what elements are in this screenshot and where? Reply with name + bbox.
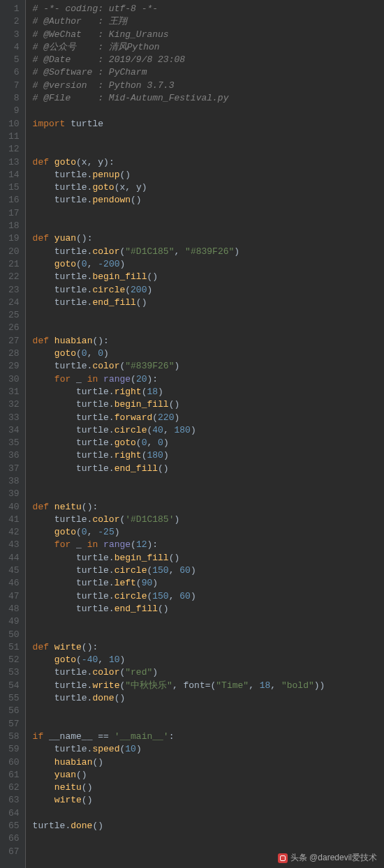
line-number: 46 xyxy=(8,577,20,590)
line-number: 25 xyxy=(8,309,20,322)
code-line: turtle.color('#D1C185') xyxy=(33,514,384,526)
line-number: 50 xyxy=(8,629,20,641)
code-line: turtle.done() xyxy=(33,820,384,832)
code-line: turtle.end_fill() xyxy=(33,603,384,615)
code-line xyxy=(33,475,384,488)
code-line: turtle.goto(0, 0) xyxy=(33,437,384,449)
code-line: turtle.circle(40, 180) xyxy=(33,424,384,437)
line-number: 39 xyxy=(8,488,20,500)
line-number: 2 xyxy=(8,15,20,28)
line-number: 32 xyxy=(8,398,20,411)
code-line: turtle.right(180) xyxy=(33,449,384,462)
line-number: 35 xyxy=(8,437,20,449)
code-line: goto(0, -25) xyxy=(33,526,384,539)
code-line: turtle.right(18) xyxy=(33,386,384,398)
line-number: 11 xyxy=(8,130,20,143)
code-line xyxy=(33,615,384,628)
code-line: # @WeChat : King_Uranus xyxy=(33,29,384,41)
code-line: def goto(x, y): xyxy=(33,156,384,169)
line-number: 9 xyxy=(8,105,20,117)
code-line: # @version : Python 3.7.3 xyxy=(33,80,384,92)
line-number: 1 xyxy=(8,3,20,15)
code-line: # @Software : PyCharm xyxy=(33,66,384,79)
line-number: 3 xyxy=(8,29,20,41)
code-line: # @Author : 王翔 xyxy=(33,15,384,28)
code-line: neitu() xyxy=(33,781,384,794)
line-number: 28 xyxy=(8,347,20,360)
line-number: 40 xyxy=(8,501,20,514)
code-line: turtle.left(90) xyxy=(33,577,384,590)
code-line: turtle.write("中秋快乐", font=("Time", 18, "… xyxy=(33,680,384,692)
line-number: 51 xyxy=(8,641,20,654)
line-number: 24 xyxy=(8,297,20,309)
toutiao-icon xyxy=(278,853,288,863)
code-line: for _ in range(20): xyxy=(33,373,384,386)
code-line: turtle.end_fill() xyxy=(33,297,384,309)
line-number: 34 xyxy=(8,424,20,437)
code-line: turtle.begin_fill() xyxy=(33,552,384,564)
code-line xyxy=(33,705,384,717)
line-number: 41 xyxy=(8,514,20,526)
code-line: turtle.circle(150, 60) xyxy=(33,590,384,603)
line-number: 49 xyxy=(8,615,20,628)
line-number: 23 xyxy=(8,284,20,297)
line-number: 58 xyxy=(8,731,20,743)
code-line xyxy=(33,105,384,117)
line-number: 62 xyxy=(8,781,20,794)
code-line: turtle.circle(150, 60) xyxy=(33,564,384,577)
code-line xyxy=(33,718,384,731)
line-number: 56 xyxy=(8,705,20,717)
code-line xyxy=(33,322,384,334)
line-number: 30 xyxy=(8,373,20,386)
code-line: # -*- coding: utf-8 -*- xyxy=(33,3,384,15)
code-line: # @File : Mid-Autumn_Festival.py xyxy=(33,92,384,105)
line-number: 64 xyxy=(8,807,20,820)
line-number: 18 xyxy=(8,220,20,232)
code-line: turtle.begin_fill() xyxy=(33,271,384,283)
code-line: for _ in range(12): xyxy=(33,539,384,551)
code-line: goto(0, -200) xyxy=(33,258,384,271)
line-number: 45 xyxy=(8,564,20,577)
line-number: 29 xyxy=(8,360,20,373)
line-number: 10 xyxy=(8,118,20,130)
code-line xyxy=(33,309,384,322)
code-line: goto(-40, 10) xyxy=(33,654,384,666)
code-line: turtle.begin_fill() xyxy=(33,398,384,411)
code-line: huabian() xyxy=(33,756,384,769)
code-line: # @公众号 : 清风Python xyxy=(33,41,384,54)
code-line: import turtle xyxy=(33,118,384,130)
code-line xyxy=(33,143,384,156)
line-number: 42 xyxy=(8,526,20,539)
line-number: 63 xyxy=(8,794,20,807)
line-number: 19 xyxy=(8,232,20,245)
line-number: 44 xyxy=(8,552,20,564)
code-line xyxy=(33,807,384,820)
line-number: 4 xyxy=(8,41,20,54)
line-number: 22 xyxy=(8,271,20,283)
code-line xyxy=(33,488,384,500)
line-number: 36 xyxy=(8,449,20,462)
code-line: def neitu(): xyxy=(33,501,384,514)
code-line: turtle.forward(220) xyxy=(33,412,384,424)
code-line xyxy=(33,832,384,845)
code-editor: 1234567891011121314151617181920212223242… xyxy=(0,0,384,868)
code-line: turtle.color("red") xyxy=(33,666,384,679)
code-line: turtle.end_fill() xyxy=(33,463,384,475)
line-number: 54 xyxy=(8,680,20,692)
code-line: def yuan(): xyxy=(33,232,384,245)
line-number: 6 xyxy=(8,66,20,79)
code-area[interactable]: # -*- coding: utf-8 -*-# @Author : 王翔# @… xyxy=(26,0,384,868)
line-number: 37 xyxy=(8,463,20,475)
code-line: turtle.penup() xyxy=(33,169,384,181)
code-line: if __name__ == '__main__': xyxy=(33,731,384,743)
line-number: 16 xyxy=(8,194,20,207)
line-number: 33 xyxy=(8,412,20,424)
line-number: 8 xyxy=(8,92,20,105)
code-line: turtle.goto(x, y) xyxy=(33,181,384,194)
line-number: 21 xyxy=(8,258,20,271)
line-number: 14 xyxy=(8,169,20,181)
line-number: 15 xyxy=(8,181,20,194)
code-line xyxy=(33,207,384,220)
code-line xyxy=(33,629,384,641)
line-number: 65 xyxy=(8,820,20,832)
